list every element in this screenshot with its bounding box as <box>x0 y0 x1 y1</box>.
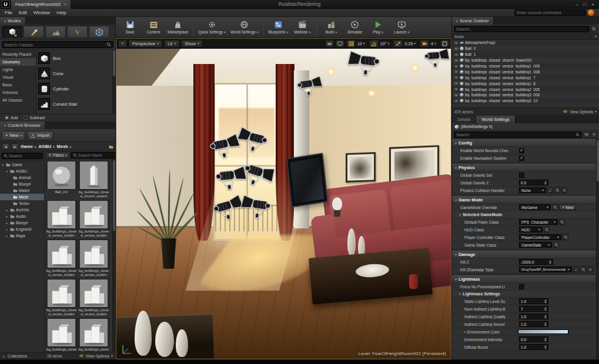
visibility-eye-icon[interactable] <box>454 87 459 91</box>
folder-mesh[interactable]: Mesh <box>0 194 44 200</box>
add-radio[interactable]: Add <box>5 116 18 120</box>
checkbox[interactable] <box>519 284 524 289</box>
actor-row[interactable]: bg_buildings_closed_venice_building1_8 <box>452 80 599 86</box>
category-visual[interactable]: Visual <box>0 73 36 81</box>
maximize-button[interactable]: □ <box>583 2 586 7</box>
clear-button[interactable]: × <box>561 187 567 193</box>
actor-row[interactable]: bg_buildings_closed_venice_building1_7 <box>452 75 599 80</box>
section-damage[interactable]: ▾Damage <box>452 251 595 258</box>
rotation-snap-control[interactable]: 10°▾ <box>369 40 392 48</box>
new-gamemode-button[interactable]: +New <box>559 204 576 210</box>
simulate-button[interactable]: Simulate <box>343 18 366 37</box>
browse-button[interactable] <box>563 234 568 240</box>
browse-button[interactable] <box>580 267 586 272</box>
section-lightmass[interactable]: ▾Lightmass <box>452 275 595 283</box>
spinner[interactable] <box>544 181 547 185</box>
lit-button[interactable]: Lit▾ <box>164 40 179 48</box>
outliner-search-button[interactable] <box>591 26 597 32</box>
asset-venice-building[interactable]: bg_buildings_closed_venice_buildin <box>78 318 109 352</box>
category-volumes[interactable]: Volumes <box>0 89 36 96</box>
console-command-input[interactable] <box>514 9 586 16</box>
visibility-eye-icon[interactable] <box>454 93 459 97</box>
world-settings-button[interactable]: World Settings▾ <box>228 18 260 37</box>
modes-panel-tab[interactable]: ▾ Modes <box>0 17 26 25</box>
category-recently-placed[interactable]: Recently Placed <box>0 50 36 58</box>
viewport[interactable]: ▾ Perspective▾ Lit▾ Show▾ 10▾ 10°▾ 0.25▾ <box>116 38 451 359</box>
browse-button[interactable] <box>554 187 560 193</box>
number-field[interactable]: 0.0 <box>519 336 548 342</box>
actor-row[interactable]: bg_buildings_closed_venice_building1_008 <box>452 69 599 75</box>
actor-row[interactable]: bg_buildings_closed_venice_building3_006 <box>452 92 599 98</box>
asset-venice-building[interactable]: bg_buildings_closed_venice_buildin <box>78 279 109 317</box>
folder-maps[interactable]: ▸Maps <box>0 232 44 239</box>
forward-button[interactable]: ▶ <box>11 143 19 150</box>
details-eye-button[interactable] <box>583 132 590 138</box>
visibility-eye-icon[interactable] <box>454 41 459 45</box>
class-dropdown[interactable]: PlayerController▾ <box>519 234 561 240</box>
modes-scrollbar[interactable] <box>112 50 115 113</box>
use-selected-button[interactable]: ← <box>573 267 579 272</box>
menu-file[interactable]: File <box>5 10 12 15</box>
folder-audio[interactable]: ▸Audio <box>0 213 44 220</box>
subtract-radio[interactable]: Subtract <box>24 116 45 120</box>
category-all-classes[interactable]: All Classes <box>0 96 36 104</box>
number-field[interactable]: 1.0 <box>519 344 548 350</box>
camera-speed-control[interactable]: 4▾ <box>420 40 439 48</box>
new-asset-button[interactable]: + New ▾ <box>2 131 25 140</box>
visibility-eye-icon[interactable] <box>454 82 459 85</box>
spinner[interactable] <box>544 307 547 311</box>
asset-ball-uv[interactable]: Ball_UV <box>46 161 77 199</box>
class-dropdown[interactable]: HUD▾ <box>519 227 543 232</box>
actor-row[interactable]: bg_buildings_closed_church_tower001 <box>452 58 599 63</box>
maximize-viewport-icon[interactable] <box>440 40 449 48</box>
view-options-button[interactable]: View Options ▾ <box>79 354 113 358</box>
folder-textures[interactable]: Textur <box>0 200 44 207</box>
visibility-eye-icon[interactable] <box>454 70 459 73</box>
folder-icon[interactable] <box>109 144 113 149</box>
details-options-button[interactable]: ▾ <box>591 132 597 138</box>
spinner[interactable] <box>549 260 551 264</box>
menu-help[interactable]: Help <box>56 10 66 15</box>
console-input[interactable] <box>517 11 584 15</box>
placeable-cylinder[interactable]: Cylinder <box>38 81 112 96</box>
actor-row[interactable]: Ball_1 <box>452 52 599 58</box>
viewport-scene[interactable]: Level: FearOfHeightRoom002 (Persistent) <box>116 49 451 359</box>
chevron-right-icon[interactable]: ▸ <box>464 330 466 333</box>
folder-game[interactable]: ▾Game <box>0 161 44 168</box>
actor-row[interactable]: bg_buildings_closed_venice_building2_005 <box>452 86 599 92</box>
spinner[interactable] <box>544 315 547 319</box>
minimize-button[interactable]: – <box>575 2 578 7</box>
spotlight-actor[interactable] <box>346 50 382 80</box>
gamepad-icon[interactable] <box>325 40 334 48</box>
actor-row[interactable]: Ball_0 <box>452 46 599 52</box>
folder-enginesl[interactable]: ▸EngineSl <box>0 226 44 232</box>
browse-button[interactable] <box>544 227 550 232</box>
class-dropdown[interactable]: GameState▾ <box>519 242 552 248</box>
browse-button[interactable] <box>552 204 558 210</box>
build-button[interactable]: Build▾ <box>319 18 343 37</box>
checkbox[interactable]: ✓ <box>519 148 524 153</box>
section-physics[interactable]: ▾Physics <box>452 164 595 171</box>
class-dropdown[interactable]: FPS_Character▾ <box>519 219 558 225</box>
collections-header[interactable]: ▸ Collections <box>0 352 44 359</box>
asset-scrollbar[interactable] <box>112 160 115 352</box>
mode-place-button[interactable] <box>2 26 22 38</box>
visibility-eye-icon[interactable] <box>454 76 459 79</box>
details-search-input[interactable] <box>456 133 574 137</box>
folder-archvis[interactable]: ▸ArchVis <box>0 207 44 213</box>
visibility-eye-icon[interactable] <box>454 99 459 103</box>
spotlight-actor[interactable] <box>296 75 324 100</box>
menu-window[interactable]: Window <box>34 10 50 15</box>
outliner-view-options[interactable]: View Options ▾ <box>563 110 597 114</box>
menu-edit[interactable]: Edit <box>19 10 27 15</box>
spinner[interactable] <box>544 299 547 304</box>
visibility-eye-icon[interactable] <box>454 47 459 50</box>
placeable-box[interactable]: Box <box>38 50 112 66</box>
visibility-eye-icon[interactable] <box>454 65 459 68</box>
show-button[interactable]: Show▾ <box>181 40 203 48</box>
content-button[interactable]: Content <box>142 18 165 37</box>
grid-snap-control[interactable]: 10▾ <box>346 40 367 48</box>
category-basic[interactable]: Basic <box>0 81 36 89</box>
modes-search-input[interactable] <box>4 43 105 47</box>
blueprints-button[interactable]: Blueprints▾ <box>266 18 291 37</box>
